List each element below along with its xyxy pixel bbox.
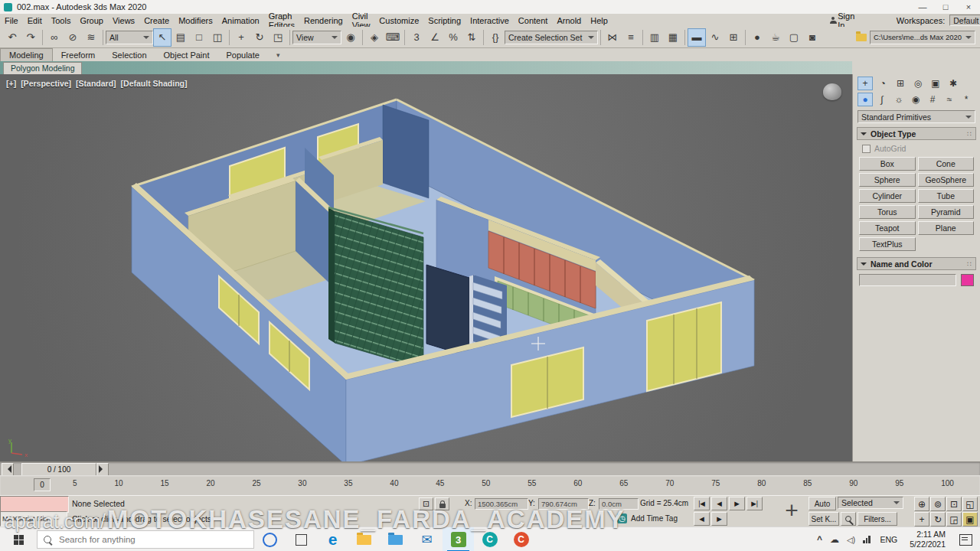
tab-selection[interactable]: Selection	[103, 48, 155, 61]
tab-freeform[interactable]: Freeform	[53, 48, 104, 61]
zoom-region-icon[interactable]: ◱	[962, 497, 978, 511]
mirror-icon[interactable]: ⋈	[603, 28, 622, 47]
orbit-icon[interactable]: ↻	[930, 512, 946, 527]
viewcube-icon[interactable]	[823, 83, 841, 100]
systems-icon[interactable]: *	[959, 93, 974, 106]
unlink-selection-icon[interactable]: ⊘	[64, 28, 82, 47]
bind-to-space-warp-icon[interactable]: ≋	[82, 28, 100, 47]
go-to-end-icon[interactable]: ▶|	[746, 497, 763, 510]
select-and-rotate-icon[interactable]: ↻	[250, 28, 269, 47]
isolate-selection-icon[interactable]: ⊡	[419, 497, 433, 510]
field-of-view-icon[interactable]: ◲	[946, 512, 962, 527]
align-icon[interactable]: ≡	[622, 28, 640, 47]
menu-tools[interactable]: Tools	[47, 14, 76, 27]
menu-edit[interactable]: Edit	[23, 14, 47, 27]
keyboard-override-icon[interactable]: ⌨	[384, 28, 402, 47]
object-type-rollout[interactable]: Object Type ∷	[857, 127, 976, 140]
cortana-icon[interactable]	[254, 527, 286, 551]
key-filters-button[interactable]: Filters...	[858, 512, 897, 526]
sign-in-button[interactable]: Sign In	[825, 14, 861, 27]
camtasia-icon[interactable]: C	[474, 527, 505, 551]
next-frame-arrow-icon[interactable]	[96, 463, 109, 476]
teapot-button[interactable]: Teapot	[859, 221, 916, 235]
menu-animation[interactable]: Animation	[217, 14, 264, 27]
tab-populate[interactable]: Populate	[217, 48, 267, 61]
recorder-icon[interactable]: C	[505, 527, 537, 551]
object-name-field[interactable]	[859, 274, 956, 286]
tab-modeling[interactable]: Modeling	[0, 48, 53, 62]
window-crossing-icon[interactable]: ◫	[208, 28, 227, 47]
macro-recorder-field[interactable]	[0, 496, 69, 513]
scene-explorer-icon[interactable]: ▥	[645, 28, 664, 47]
select-by-name-icon[interactable]: ▤	[172, 28, 190, 47]
menu-views[interactable]: Views	[108, 14, 139, 27]
create-selection-set-field[interactable]: Create Selection Set	[505, 31, 598, 44]
time-slider-handle[interactable]: 0 / 100	[21, 463, 96, 476]
key-mode-icon[interactable]	[841, 512, 856, 526]
selection-lock-icon[interactable]	[435, 497, 449, 510]
textplus-button[interactable]: TextPlus	[859, 237, 916, 251]
network-icon[interactable]	[859, 536, 874, 543]
3ds-max-taskbar-icon[interactable]: 3	[443, 527, 474, 551]
next-key-icon[interactable]: ▶	[711, 512, 727, 526]
project-folder-icon[interactable]	[856, 34, 867, 41]
add-time-tag[interactable]: Add Time Tag	[631, 514, 678, 523]
lights-icon[interactable]: ☼	[891, 93, 906, 106]
minimize-icon[interactable]: —	[911, 1, 934, 14]
maximize-icon[interactable]: □	[934, 1, 957, 14]
select-and-manipulate-icon[interactable]: ◈	[365, 28, 384, 47]
track-bar[interactable]: 0 5 10 15 20 25 30 35 40 45 50 55 60 65 …	[0, 475, 980, 496]
menu-customize[interactable]: Customize	[374, 14, 423, 27]
reference-coordinate-dropdown[interactable]: View	[292, 31, 341, 44]
ribbon-minimize-icon[interactable]: ▾	[268, 48, 289, 61]
onedrive-cloud-icon[interactable]: ☁	[826, 534, 843, 545]
cone-button[interactable]: Cone	[918, 157, 975, 171]
workspace-dropdown[interactable]: Default	[949, 15, 980, 26]
y-coordinate-field[interactable]: 790.674cm	[538, 498, 589, 510]
current-frame-marker[interactable]: 0	[34, 478, 51, 491]
create-tab-icon[interactable]: +	[858, 77, 873, 90]
viewport-menu-general[interactable]: [+]	[6, 79, 16, 88]
primitive-category-dropdown[interactable]: Standard Primitives	[858, 110, 975, 123]
volume-icon[interactable]: ◁)	[843, 536, 859, 544]
select-and-move-icon[interactable]: +	[232, 28, 250, 47]
previous-frame-arrow-icon[interactable]	[2, 463, 14, 476]
auto-key-button[interactable]: Auto	[808, 497, 836, 510]
menu-civil-view[interactable]: Civil View	[348, 14, 375, 27]
name-and-color-rollout[interactable]: Name and Color ∷	[857, 257, 976, 270]
set-key-button[interactable]: Set K...	[808, 512, 839, 526]
menu-file[interactable]: File	[0, 14, 23, 27]
edge-icon[interactable]: e	[317, 527, 348, 551]
task-view-icon[interactable]	[286, 527, 317, 551]
taskbar-clock[interactable]: 2:11 AM 5/22/2021	[903, 530, 952, 549]
zoom-all-icon[interactable]: ⊚	[930, 497, 946, 511]
autogrid-checkbox[interactable]	[862, 145, 871, 153]
hierarchy-tab-icon[interactable]: ⊞	[893, 77, 908, 90]
plane-button[interactable]: Plane	[918, 221, 975, 235]
angle-snap-icon[interactable]: ∠	[426, 28, 444, 47]
select-and-link-icon[interactable]: ∞	[45, 28, 64, 47]
file-explorer-icon[interactable]	[348, 527, 380, 551]
action-center-icon[interactable]	[959, 534, 972, 546]
display-tab-icon[interactable]: ▣	[928, 77, 943, 90]
cylinder-button[interactable]: Cylinder	[859, 189, 916, 203]
render-production-icon[interactable]: ◙	[803, 28, 822, 47]
viewport[interactable]: [+] [Perspective] [Standard] [Default Sh…	[0, 74, 853, 461]
geosphere-button[interactable]: GeoSphere	[918, 173, 975, 187]
pan-icon[interactable]: +	[914, 512, 929, 527]
tray-chevron-icon[interactable]: ^	[813, 534, 826, 545]
pyramid-button[interactable]: Pyramid	[918, 205, 975, 219]
play-animation-icon[interactable]: ▶	[729, 497, 745, 510]
zoom-extents-icon[interactable]: ⊡	[946, 497, 962, 511]
maximize-viewport-icon[interactable]: ▣	[962, 512, 978, 527]
select-object-icon[interactable]: ↖	[153, 28, 172, 47]
cameras-icon[interactable]: ◉	[908, 93, 923, 106]
previous-key-icon[interactable]: ◀	[694, 512, 710, 526]
torus-button[interactable]: Torus	[859, 205, 916, 219]
menu-graph-editors[interactable]: Graph Editors	[264, 14, 299, 27]
previous-frame-icon[interactable]: ◀	[711, 497, 727, 510]
tab-object-paint[interactable]: Object Paint	[155, 48, 218, 61]
menu-group[interactable]: Group	[75, 14, 108, 27]
menu-rendering[interactable]: Rendering	[299, 14, 348, 27]
curve-editor-icon[interactable]: ∿	[706, 28, 724, 47]
